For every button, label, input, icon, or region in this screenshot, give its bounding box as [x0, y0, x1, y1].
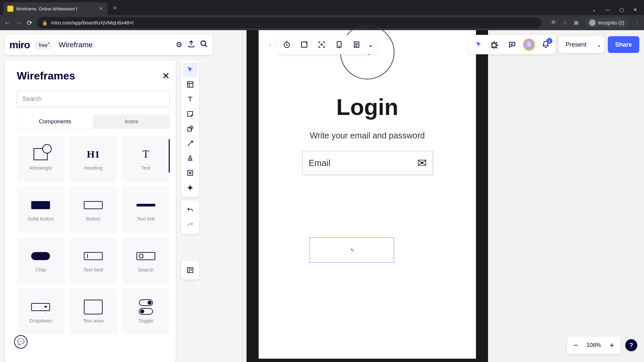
undo-button[interactable] [183, 202, 198, 217]
svg-rect-1 [187, 82, 193, 87]
envelope-icon: ✉ [417, 156, 427, 170]
redo-button[interactable] [183, 217, 198, 232]
toolbar-expand[interactable]: › [265, 36, 275, 53]
present-dropdown[interactable]: ⌄ [593, 36, 604, 53]
svg-rect-5 [189, 186, 191, 189]
chat-help-icon[interactable]: 💬 [14, 335, 28, 349]
component-rectangle[interactable]: Rectangle [17, 136, 65, 182]
star-icon[interactable]: ☆ [562, 19, 568, 26]
url-text: miro.com/app/board/uXjVMqU6x48=/ [51, 20, 133, 25]
maximize-icon[interactable]: ▢ [620, 7, 624, 12]
tool-arrow[interactable] [183, 136, 198, 151]
component-text-area[interactable]: Text area [69, 289, 117, 335]
tool-templates[interactable] [183, 77, 198, 92]
miro-logo[interactable]: miro [9, 39, 30, 51]
comment-icon[interactable] [504, 36, 521, 53]
tool-select[interactable] [183, 62, 198, 77]
browser-tab[interactable]: Wireframe, Online Whiteboard f ✕ [3, 2, 107, 15]
favicon-icon [7, 6, 13, 12]
phone-screen[interactable]: Logo Login Write your email and password… [259, 30, 476, 359]
more-apps-icon[interactable]: ⌄ [366, 36, 376, 53]
chevron-down-icon[interactable]: ⌄ [592, 7, 596, 12]
tool-panel-toggle[interactable] [183, 263, 198, 278]
component-button[interactable]: Button [69, 187, 117, 233]
menu-icon[interactable]: ⋮ [634, 19, 640, 26]
plan-badge[interactable]: free [35, 41, 52, 50]
incognito-icon [589, 19, 596, 26]
present-button[interactable]: Present [559, 36, 593, 53]
zoom-value[interactable]: 108% [583, 342, 604, 349]
close-tab-icon[interactable]: ✕ [99, 6, 103, 12]
note-icon[interactable] [348, 36, 365, 53]
search-icon[interactable] [200, 40, 208, 50]
canvas[interactable]: Logo Login Write your email and password… [241, 30, 644, 362]
minimize-icon[interactable]: — [605, 7, 610, 12]
search-placeholder: Search [22, 96, 42, 103]
notch-indicator [475, 30, 484, 35]
timer-icon[interactable] [278, 36, 295, 53]
component-text-link[interactable]: Text link [122, 187, 170, 233]
email-label: Email [309, 158, 330, 168]
svg-point-9 [321, 44, 322, 45]
component-toggle[interactable]: Toggle [122, 289, 170, 335]
tool-pen[interactable] [183, 151, 198, 166]
login-title[interactable]: Login [259, 94, 476, 120]
tab-icons[interactable]: Icons [93, 114, 170, 129]
eye-off-icon[interactable]: 👁 [551, 19, 556, 26]
drawing-rectangle[interactable] [310, 237, 394, 263]
email-field[interactable]: Email ✉ [302, 151, 433, 175]
new-tab-button[interactable]: + [113, 4, 117, 12]
export-icon[interactable] [187, 40, 195, 50]
notification-count: 1 [546, 38, 552, 44]
search-input[interactable]: Search [17, 91, 170, 107]
component-chip[interactable]: Chip [17, 238, 65, 284]
reload-button[interactable]: ⟳ [27, 19, 33, 27]
forward-button: → [15, 19, 22, 26]
help-button[interactable]: ? [625, 339, 637, 351]
board-name[interactable]: Wireframe [57, 41, 171, 49]
component-dropdown[interactable]: Dropdown [17, 289, 65, 335]
board-header: miro free Wireframe ⚙ [5, 35, 213, 55]
close-panel-button[interactable]: ✕ [162, 70, 170, 81]
settings-icon[interactable]: ⚙ [176, 41, 182, 49]
tool-more[interactable] [183, 180, 198, 195]
hide-frame-icon[interactable] [296, 36, 313, 53]
user-avatar[interactable]: S [521, 36, 537, 53]
cursor-tool[interactable] [470, 36, 487, 53]
reactions-icon[interactable] [487, 36, 504, 53]
svg-rect-6 [187, 268, 193, 273]
component-heading[interactable]: H1Heading [69, 136, 117, 182]
scroll-handle[interactable] [169, 139, 170, 173]
tab-title: Wireframe, Online Whiteboard f [16, 6, 96, 11]
component-text[interactable]: TText [122, 136, 170, 182]
panel-icon[interactable]: ▣ [574, 19, 579, 26]
address-bar[interactable]: 🔒 miro.com/app/board/uXjVMqU6x48=/ [37, 17, 541, 28]
tool-shapes[interactable] [183, 121, 198, 136]
close-window-icon[interactable]: ✕ [633, 7, 637, 12]
tool-frame[interactable] [183, 166, 198, 180]
card-icon[interactable] [331, 36, 347, 53]
zoom-in-button[interactable]: + [604, 338, 619, 353]
share-button[interactable]: Share [608, 36, 639, 53]
component-search[interactable]: Search [122, 238, 170, 284]
focus-icon[interactable] [313, 36, 330, 53]
svg-point-11 [339, 46, 339, 47]
component-text-field[interactable]: Text field [69, 238, 117, 284]
login-subtitle[interactable]: Write your email and password [259, 131, 476, 140]
tool-sticky[interactable] [183, 107, 198, 121]
zoom-out-button[interactable]: − [569, 338, 583, 353]
wireframes-panel: Wireframes ✕ Search Components Icons Rec… [5, 60, 176, 362]
lock-icon: 🔒 [42, 20, 48, 25]
panel-title: Wireframes [17, 70, 75, 82]
svg-point-0 [201, 41, 206, 46]
incognito-badge[interactable]: Incognito (2) [585, 18, 628, 28]
tool-text[interactable] [183, 92, 198, 107]
tab-components[interactable]: Components [17, 114, 93, 129]
phone-frame[interactable]: Logo Login Write your email and password… [247, 30, 488, 362]
notifications-icon[interactable]: 1 [537, 36, 554, 53]
component-solid-button[interactable]: Solid button [17, 187, 65, 233]
svg-rect-2 [188, 127, 192, 131]
incognito-label: Incognito (2) [598, 20, 624, 25]
back-button[interactable]: ← [4, 19, 11, 26]
